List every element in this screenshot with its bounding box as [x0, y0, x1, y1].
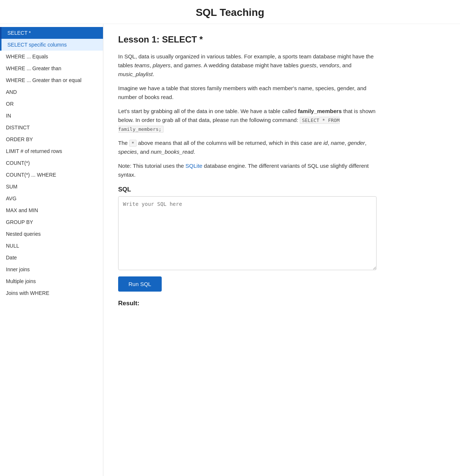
sql-section-label: SQL	[118, 186, 377, 193]
sidebar-item-where-equals[interactable]: WHERE ... Equals	[0, 51, 103, 62]
sidebar-item-group-by[interactable]: GROUP BY	[0, 216, 103, 228]
sidebar-item-date[interactable]: Date	[0, 252, 103, 264]
page-layout: SELECT *SELECT specific columnsWHERE ...…	[0, 24, 460, 476]
intro-para-2: Imagine we have a table that stores fami…	[118, 84, 377, 102]
sidebar-item-select-all[interactable]: SELECT *	[0, 27, 103, 39]
asterisk-code: *	[129, 140, 137, 147]
sidebar-item-select-specific[interactable]: SELECT specific columns	[0, 39, 103, 51]
sidebar-item-sum[interactable]: SUM	[0, 181, 103, 193]
sidebar-item-where-greater[interactable]: WHERE ... Greater than	[0, 62, 103, 74]
run-sql-button[interactable]: Run SQL	[118, 276, 162, 292]
site-title: SQL Teaching	[0, 7, 460, 18]
sidebar-item-joins-where[interactable]: Joins with WHERE	[0, 287, 103, 299]
sidebar-item-null[interactable]: NULL	[0, 240, 103, 252]
sidebar-item-order-by[interactable]: ORDER BY	[0, 133, 103, 145]
sidebar-item-count[interactable]: COUNT(*)	[0, 157, 103, 169]
result-label: Result:	[118, 300, 377, 307]
sidebar-item-count-where[interactable]: COUNT(*) ... WHERE	[0, 169, 103, 181]
sidebar-item-limit[interactable]: LIMIT # of returned rows	[0, 145, 103, 157]
sidebar: SELECT *SELECT specific columnsWHERE ...…	[0, 24, 103, 476]
sidebar-item-avg[interactable]: AVG	[0, 193, 103, 204]
intro-para-3: Let's start by grabbing all of the data …	[118, 107, 377, 133]
sidebar-item-multiple-joins[interactable]: Multiple joins	[0, 275, 103, 287]
sidebar-item-nested[interactable]: Nested queries	[0, 228, 103, 240]
intro-para-5: Note: This tutorial uses the SQLite data…	[118, 162, 377, 179]
sidebar-item-where-greater-equal[interactable]: WHERE ... Greater than or equal	[0, 74, 103, 86]
intro-para-4: The * above means that all of the column…	[118, 139, 377, 156]
sql-input[interactable]	[118, 196, 377, 270]
sidebar-item-in[interactable]: IN	[0, 110, 103, 122]
main-content: Lesson 1: SELECT * In SQL, data is usual…	[103, 24, 391, 476]
lesson-title: Lesson 1: SELECT *	[118, 34, 377, 45]
sidebar-item-or[interactable]: OR	[0, 98, 103, 110]
sidebar-item-max-min[interactable]: MAX and MIN	[0, 204, 103, 216]
sidebar-item-inner-joins[interactable]: Inner joins	[0, 264, 103, 275]
sqlite-link[interactable]: SQLite	[185, 163, 202, 169]
intro-para-1: In SQL, data is usually organized in var…	[118, 52, 377, 79]
sidebar-item-distinct[interactable]: DISTINCT	[0, 122, 103, 133]
site-header: SQL Teaching	[0, 0, 460, 24]
sidebar-item-and[interactable]: AND	[0, 86, 103, 98]
